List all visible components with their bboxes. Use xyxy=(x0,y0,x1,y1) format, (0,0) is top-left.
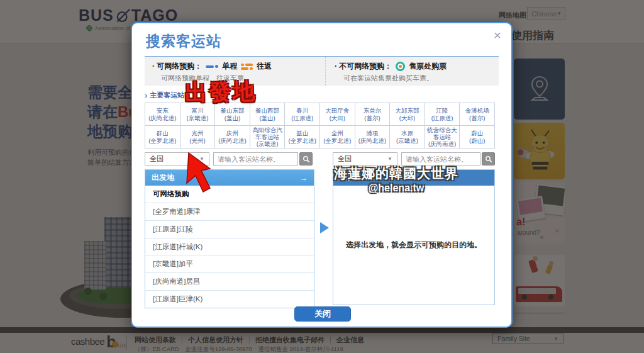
departure-list-item[interactable]: [江原道]江陵 xyxy=(145,220,314,238)
departure-list-item[interactable]: [京畿道]加平 xyxy=(145,255,314,272)
red-arrow-annotation xyxy=(182,152,215,196)
triangle-right-icon xyxy=(320,222,329,233)
main-stations-grid: 安东(庆尚北道) 富川(京畿道) 釜山东部(釜山) 釜山西部(釜山) 春川(江原… xyxy=(145,103,495,148)
roundtrip-route-icon xyxy=(241,64,253,70)
departure-list-item[interactable]: [庆尚南道]居昌 xyxy=(145,272,314,290)
search-icon xyxy=(303,155,310,163)
departure-list: 可网络预购 [全罗南道]康津 [江原道]江陵 [江原道]杆城(K) [京畿道]加… xyxy=(145,186,314,308)
main-stations-label: 主要客运站 xyxy=(150,91,184,100)
close-icon[interactable]: × xyxy=(491,28,504,42)
screenshot-root: BUS TAGO Association of Ko 网络地图 Chinese … xyxy=(0,0,644,353)
departure-list-item[interactable]: [全罗南道]康津 xyxy=(145,203,314,220)
arrow-right-icon: → xyxy=(300,174,308,182)
station-cell[interactable]: 全州(全罗北道) xyxy=(320,126,355,148)
departure-search-button[interactable] xyxy=(299,152,313,165)
station-cell[interactable]: 安东(庆尚北道) xyxy=(145,103,180,126)
departure-search-input[interactable] xyxy=(213,152,298,165)
destination-panel: 目的地 选择出发地，就会显示可预购的目的地。 xyxy=(333,169,495,305)
station-cell[interactable]: 春川(江原道) xyxy=(285,103,320,126)
departure-list-item[interactable]: [江原道]巨津(K) xyxy=(145,290,314,308)
legend-offline-caption: 可在客运站售票处购买车票。 xyxy=(343,74,433,83)
station-cell[interactable]: 庆州(庆尚北道) xyxy=(215,126,250,148)
departure-panel-title: 出发地 xyxy=(152,172,174,183)
destination-region-value: 全国 xyxy=(338,154,352,164)
station-cell[interactable]: 水原(京畿道) xyxy=(390,126,425,148)
station-cell[interactable]: 高阳综合汽车客运站(京畿道) xyxy=(250,126,286,148)
chevron-down-icon: ▼ xyxy=(387,156,392,162)
legend-ticket-office-label: 售票处购票 xyxy=(409,61,447,72)
search-terminal-modal: 搜索客运站 × · 可网络预购： 单程 往返 可网络预购单程、往返车票。 · 不… xyxy=(131,22,513,328)
departure-panel-header: 出发地 → xyxy=(145,170,314,186)
station-cell[interactable]: 江陵(江原道) xyxy=(425,103,460,126)
oneway-route-icon xyxy=(206,65,218,68)
departure-group-label: 可网络预购 xyxy=(145,186,314,203)
destination-panel-title: 目的地 xyxy=(340,172,362,183)
station-cell[interactable]: 群山(全罗北道) xyxy=(145,126,180,148)
destination-search-input[interactable] xyxy=(401,152,480,165)
station-cell[interactable]: 浦项(庆尚北道) xyxy=(355,126,391,148)
destination-empty-message: 选择出发地，就会显示可预购的目的地。 xyxy=(333,186,494,305)
departure-list-item[interactable]: [江原道]杆城(K) xyxy=(145,238,314,255)
ticket-office-icon xyxy=(396,62,405,71)
legend-oneway-label: 单程 xyxy=(222,61,237,72)
search-icon xyxy=(485,155,492,163)
legend-offline-label: · 不可网络预购： xyxy=(335,61,392,72)
chevron-right-icon: › xyxy=(145,91,147,100)
red-annotation-text: 出發地 xyxy=(185,77,257,108)
divider xyxy=(325,57,326,86)
close-button[interactable]: 关闭 xyxy=(294,306,351,322)
departure-region-value: 全国 xyxy=(150,154,164,164)
station-cell[interactable]: 统营综合大客运站(庆尚南道) xyxy=(425,126,460,148)
departure-panel: 出发地 → 可网络预购 [全罗南道]康津 [江原道]江陵 [江原道]杆城(K) … xyxy=(145,169,314,308)
destination-panel-header: 目的地 xyxy=(333,170,494,186)
station-cell[interactable]: 东首尔(首尔) xyxy=(355,103,391,126)
destination-search-button[interactable] xyxy=(482,152,495,165)
legend-online-label: · 可网络预购： xyxy=(152,61,202,72)
station-cell[interactable]: 大田厅舍(大田) xyxy=(320,103,355,126)
destination-region-select[interactable]: 全国 ▼ xyxy=(333,152,397,165)
station-cell[interactable]: 金浦机场(首尔) xyxy=(460,103,495,126)
station-cell[interactable]: 益山(全罗北道) xyxy=(285,126,320,148)
station-cell[interactable]: 大邱东部(大邱) xyxy=(390,103,425,126)
station-cell[interactable]: 釜山西部(釜山) xyxy=(250,103,286,126)
modal-title: 搜索客运站 xyxy=(146,31,221,51)
station-cell[interactable]: 蔚山(蔚山) xyxy=(460,126,495,148)
legend-roundtrip-label: 往返 xyxy=(257,61,272,72)
station-cell[interactable]: 光州(光州) xyxy=(180,126,216,148)
